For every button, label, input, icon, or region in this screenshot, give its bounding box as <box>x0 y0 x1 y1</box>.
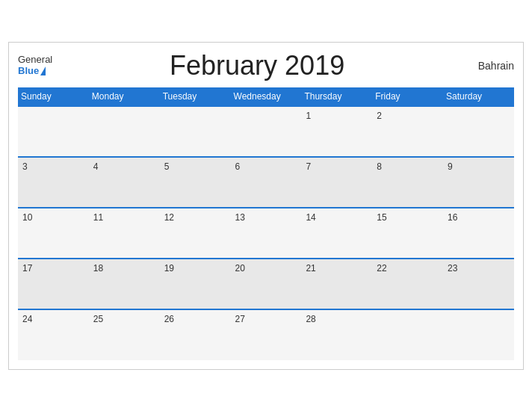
table-cell: 22 <box>372 259 443 309</box>
table-cell: 6 <box>231 157 302 208</box>
day-number: 9 <box>448 161 453 172</box>
table-cell <box>160 106 231 157</box>
day-number: 11 <box>93 212 103 223</box>
table-cell: 16 <box>443 208 514 259</box>
table-cell: 4 <box>89 157 160 208</box>
table-cell: 27 <box>231 309 302 360</box>
day-number: 7 <box>306 161 311 172</box>
day-number: 3 <box>22 161 28 172</box>
table-cell: 7 <box>301 157 372 208</box>
table-cell <box>372 309 443 360</box>
table-cell: 23 <box>443 259 514 309</box>
table-cell: 20 <box>231 259 302 309</box>
day-number: 22 <box>377 263 386 274</box>
day-number: 23 <box>448 263 457 274</box>
day-number: 5 <box>164 161 170 172</box>
logo: General Blue <box>18 55 52 76</box>
table-cell: 13 <box>231 208 302 259</box>
table-cell: 18 <box>89 259 160 309</box>
table-cell: 28 <box>301 309 372 360</box>
day-number: 8 <box>377 161 382 172</box>
day-number: 16 <box>448 212 457 223</box>
day-number: 17 <box>22 263 32 274</box>
header-thursday: Thursday <box>301 87 372 106</box>
day-number: 20 <box>235 263 245 274</box>
day-number: 28 <box>306 314 315 324</box>
table-cell: 19 <box>160 259 231 309</box>
table-cell: 24 <box>18 309 89 360</box>
table-row: 3456789 <box>18 157 514 208</box>
day-number: 21 <box>306 263 315 274</box>
header-saturday: Saturday <box>443 87 514 106</box>
table-cell: 3 <box>18 157 89 208</box>
table-cell <box>231 106 302 157</box>
header-sunday: Sunday <box>18 87 89 106</box>
day-number: 14 <box>306 212 315 223</box>
day-number: 26 <box>164 314 174 324</box>
logo-blue-text: Blue <box>18 66 39 76</box>
day-number: 4 <box>93 161 99 172</box>
table-cell: 11 <box>89 208 160 259</box>
table-cell <box>443 309 514 360</box>
logo-general-text: General <box>18 55 52 65</box>
table-cell: 17 <box>18 259 89 309</box>
table-cell <box>89 106 160 157</box>
header-monday: Monday <box>89 87 160 106</box>
header-wednesday: Wednesday <box>231 87 302 106</box>
header-tuesday: Tuesday <box>160 87 231 106</box>
table-cell: 10 <box>18 208 89 259</box>
calendar: General Blue February 2019 Bahrain Sunda… <box>8 42 524 370</box>
table-row: 10111213141516 <box>18 208 514 259</box>
table-cell: 5 <box>160 157 231 208</box>
day-number: 19 <box>164 263 174 274</box>
day-number: 12 <box>164 212 174 223</box>
day-number: 1 <box>306 111 311 121</box>
table-cell: 26 <box>160 309 231 360</box>
country-label: Bahrain <box>462 60 514 72</box>
calendar-title: February 2019 <box>52 50 462 81</box>
day-number: 27 <box>235 314 245 324</box>
day-number: 2 <box>377 111 382 121</box>
day-number: 15 <box>377 212 386 223</box>
calendar-table: Sunday Monday Tuesday Wednesday Thursday… <box>18 87 514 360</box>
table-cell: 2 <box>372 106 443 157</box>
table-cell <box>443 106 514 157</box>
day-number: 13 <box>235 212 245 223</box>
table-cell: 9 <box>443 157 514 208</box>
table-cell: 14 <box>301 208 372 259</box>
table-cell: 15 <box>372 208 443 259</box>
day-number: 18 <box>93 263 103 274</box>
table-cell: 1 <box>301 106 372 157</box>
calendar-body: 1234567891011121314151617181920212223242… <box>18 106 514 360</box>
table-cell: 12 <box>160 208 231 259</box>
table-cell: 8 <box>372 157 443 208</box>
day-number: 10 <box>22 212 32 223</box>
day-number: 24 <box>22 314 32 324</box>
calendar-header: General Blue February 2019 Bahrain <box>18 50 514 81</box>
table-row: 17181920212223 <box>18 259 514 309</box>
table-row: 2425262728 <box>18 309 514 360</box>
logo-triangle-icon <box>40 67 46 75</box>
table-cell: 25 <box>89 309 160 360</box>
day-number: 25 <box>93 314 103 324</box>
weekday-header-row: Sunday Monday Tuesday Wednesday Thursday… <box>18 87 514 106</box>
table-cell: 21 <box>301 259 372 309</box>
table-cell <box>18 106 89 157</box>
header-friday: Friday <box>372 87 443 106</box>
table-row: 12 <box>18 106 514 157</box>
day-number: 6 <box>235 161 241 172</box>
